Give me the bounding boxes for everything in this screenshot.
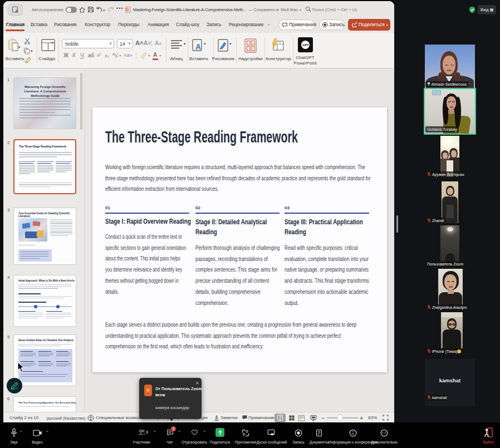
svg-text:P: P (127, 8, 129, 11)
svg-text:GPT: GPT (302, 43, 309, 47)
svg-text:A: A (195, 42, 201, 51)
